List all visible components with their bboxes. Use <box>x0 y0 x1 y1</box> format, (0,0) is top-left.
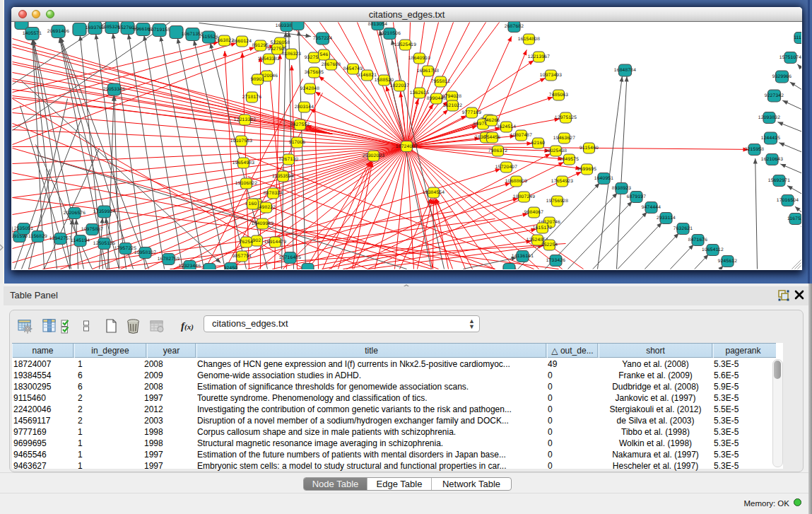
svg-text:6794028: 6794028 <box>442 94 462 99</box>
svg-text:13525419: 13525419 <box>394 42 416 47</box>
svg-text:12942757: 12942757 <box>49 236 71 241</box>
svg-text:1621022: 1621022 <box>443 103 463 108</box>
svg-text:15720407: 15720407 <box>495 165 517 170</box>
svg-text:1405571: 1405571 <box>23 31 42 36</box>
svg-text:18807249: 18807249 <box>513 194 535 199</box>
svg-text:7632621: 7632621 <box>673 226 693 231</box>
svg-text:12213382: 12213382 <box>234 117 256 122</box>
svg-text:20691406: 20691406 <box>47 29 69 34</box>
svg-text:19218506: 19218506 <box>379 31 401 36</box>
svg-text:9146821: 9146821 <box>358 73 377 78</box>
svg-text:9777169: 9777169 <box>462 110 482 115</box>
svg-text:19654983: 19654983 <box>233 160 254 165</box>
svg-text:12093832: 12093832 <box>758 115 780 120</box>
svg-text:8427552: 8427552 <box>290 122 310 127</box>
svg-text:9327505: 9327505 <box>268 47 288 52</box>
svg-text:19463627: 19463627 <box>553 136 575 141</box>
svg-text:917006: 917006 <box>289 140 306 145</box>
svg-text:3675685: 3675685 <box>305 70 324 75</box>
svg-text:7663822: 7663822 <box>215 38 235 43</box>
svg-text:16409949: 16409949 <box>252 221 273 226</box>
svg-text:8471676: 8471676 <box>688 238 708 243</box>
svg-text:12323446: 12323446 <box>179 264 201 269</box>
svg-text:9857791: 9857791 <box>233 254 252 259</box>
svg-text:10107553: 10107553 <box>230 139 252 144</box>
svg-text:20206576: 20206576 <box>64 211 86 216</box>
svg-text:1640951: 1640951 <box>594 176 614 181</box>
svg-text:1145194: 1145194 <box>71 238 90 243</box>
svg-text:10688609: 10688609 <box>505 179 527 184</box>
svg-text:8660124: 8660124 <box>233 39 252 44</box>
svg-text:29053346: 29053346 <box>103 87 125 92</box>
svg-text:16848784: 16848784 <box>614 68 636 73</box>
svg-text:1362615: 1362615 <box>410 90 430 95</box>
svg-text:3215958: 3215958 <box>745 147 765 152</box>
svg-text:98901: 98901 <box>251 77 265 82</box>
svg-text:9242848: 9242848 <box>300 86 320 91</box>
svg-text:25302033: 25302033 <box>363 153 384 158</box>
svg-text:19756928: 19756928 <box>546 199 568 204</box>
svg-text:1588520: 1588520 <box>375 78 394 83</box>
svg-text:2535051: 2535051 <box>14 226 34 231</box>
svg-text:7357224: 7357224 <box>313 36 333 41</box>
svg-text:9699695: 9699695 <box>577 167 597 172</box>
svg-text:15716485: 15716485 <box>279 255 301 260</box>
svg-text:9474444: 9474444 <box>642 205 661 210</box>
svg-text:12213967: 12213967 <box>528 54 550 59</box>
svg-text:2849575: 2849575 <box>560 157 579 162</box>
svg-text:891295: 891295 <box>252 43 269 48</box>
svg-text:10975887: 10975887 <box>81 227 103 232</box>
svg-text:2687682: 2687682 <box>505 24 524 29</box>
svg-text:16914479: 16914479 <box>264 240 286 245</box>
svg-text:8813054: 8813054 <box>368 22 388 27</box>
svg-text:16543382: 16543382 <box>258 57 280 62</box>
svg-text:76254: 76254 <box>240 240 254 245</box>
svg-text:16210643: 16210643 <box>761 157 783 162</box>
svg-text:15692971: 15692971 <box>768 178 790 183</box>
svg-text:8878334: 8878334 <box>264 191 283 196</box>
svg-text:17654923: 17654923 <box>551 179 573 184</box>
svg-text:12505135: 12505135 <box>93 241 115 246</box>
svg-text:62160: 62160 <box>531 141 546 146</box>
svg-text:2867608: 2867608 <box>322 62 341 67</box>
svg-text:10807487: 10807487 <box>510 133 532 138</box>
svg-text:10025438: 10025438 <box>545 148 567 153</box>
svg-text:11124: 11124 <box>794 35 801 40</box>
svg-text:2803144: 2803144 <box>295 105 314 110</box>
svg-text:2933114: 2933114 <box>657 216 676 221</box>
svg-text:3624514: 3624514 <box>497 124 517 129</box>
svg-text:10958107: 10958107 <box>134 250 156 255</box>
svg-text:8186323: 8186323 <box>282 52 302 57</box>
svg-text:7955812: 7955812 <box>431 79 451 84</box>
svg-text:12975125: 12975125 <box>555 115 577 120</box>
svg-text:10719155: 10719155 <box>148 28 170 33</box>
svg-text:16782759: 16782759 <box>158 257 180 262</box>
svg-text:9227342: 9227342 <box>765 93 784 98</box>
svg-text:1733426: 1733426 <box>546 258 566 263</box>
svg-text:11353594: 11353594 <box>272 174 294 179</box>
svg-text:1244415: 1244415 <box>761 136 781 141</box>
svg-text:1615172: 1615172 <box>533 226 553 230</box>
svg-text:7986372: 7986372 <box>488 148 508 153</box>
svg-text:14136141: 14136141 <box>512 254 534 259</box>
svg-text:16961758: 16961758 <box>417 69 439 74</box>
svg-text:9084067: 9084067 <box>524 210 544 215</box>
svg-text:546: 546 <box>320 52 329 57</box>
svg-text:16154808: 16154808 <box>518 37 540 42</box>
svg-text:18640910: 18640910 <box>408 56 430 61</box>
svg-text:5498222: 5498222 <box>257 205 276 210</box>
svg-text:754456: 754456 <box>484 135 501 140</box>
svg-text:1156829: 1156829 <box>28 234 47 239</box>
svg-text:92450: 92450 <box>224 266 238 269</box>
svg-text:9115460: 9115460 <box>579 146 599 151</box>
svg-text:116753: 116753 <box>787 216 801 221</box>
svg-text:8454749: 8454749 <box>343 66 363 71</box>
svg-text:391590: 391590 <box>12 234 28 239</box>
svg-text:10654112: 10654112 <box>702 247 724 252</box>
svg-text:19384554: 19384554 <box>423 190 445 195</box>
svg-text:6879197: 6879197 <box>627 194 647 199</box>
svg-text:8938923: 8938923 <box>612 186 632 191</box>
svg-text:17957225: 17957225 <box>114 246 136 251</box>
svg-text:1822037: 1822037 <box>390 83 410 88</box>
svg-text:15751074: 15751074 <box>779 55 801 60</box>
